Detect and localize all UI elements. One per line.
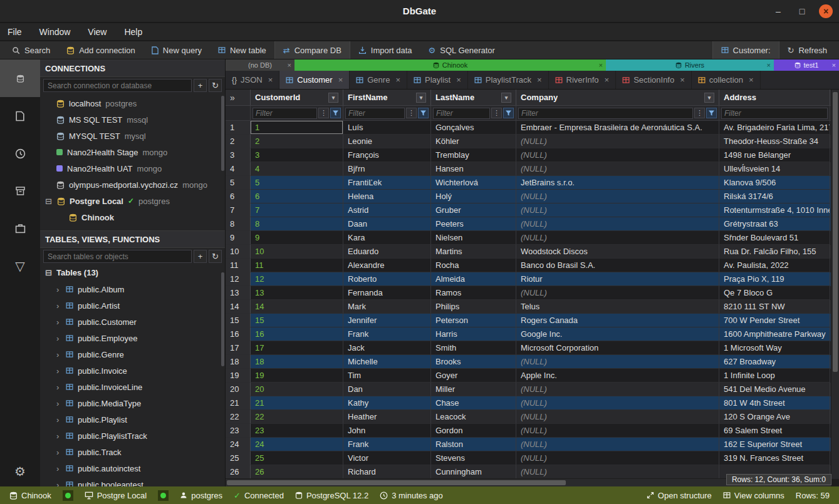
cell-company[interactable]: (NULL) [516, 148, 719, 162]
row-number[interactable]: 24 [226, 438, 251, 451]
filter-menu-button[interactable]: ⋮ [318, 108, 329, 118]
cell-company[interactable]: (NULL) [516, 286, 719, 300]
table-row[interactable]: 2525VictorStevens(NULL)319 N. Frances St… [226, 451, 839, 465]
cell-customerid[interactable]: 22 [251, 410, 343, 424]
row-number[interactable]: 25 [226, 451, 251, 465]
cell-firstname[interactable]: Heather [343, 410, 431, 424]
cell-customerid[interactable]: 3 [251, 148, 343, 162]
refresh-connections-button[interactable]: ↻ [209, 79, 222, 92]
connections-scrollbar[interactable] [221, 96, 224, 171]
cell-company[interactable]: (NULL) [516, 355, 719, 369]
table-row[interactable]: 2323JohnGordon(NULL)69 Salem Street [226, 424, 839, 438]
cell-customerid[interactable]: 15 [251, 314, 343, 327]
cell-lastname[interactable]: Nielsen [431, 231, 516, 245]
row-number[interactable]: 13 [226, 286, 251, 300]
cell-firstname[interactable]: Victor [343, 451, 431, 465]
connection-item-ms-sql-test[interactable]: MS SQL TESTmssql [40, 111, 225, 128]
row-number[interactable]: 1 [226, 121, 251, 135]
add-table-mini-button[interactable]: + [194, 250, 207, 263]
chevron-right-icon[interactable]: › [56, 480, 61, 487]
cell-firstname[interactable]: Jack [343, 341, 431, 355]
filter-input-company[interactable] [518, 108, 693, 119]
table-item-public-genre[interactable]: ›public.Genre [40, 346, 225, 363]
toolbar-add-connection-button[interactable]: Add connection [58, 41, 143, 59]
filter-input-firstname[interactable] [345, 108, 405, 119]
cell-lastname[interactable]: Miller [431, 383, 516, 396]
connection-item-chinook[interactable]: Chinook [40, 209, 225, 225]
connection-item-nano2health-uat[interactable]: Nano2Health UATmongo [40, 160, 225, 177]
table-row[interactable]: 77AstridGruber(NULL)Rotenturmstraße 4, 1… [226, 203, 839, 217]
cell-customerid[interactable]: 24 [251, 438, 343, 451]
tab-collection[interactable]: collection× [692, 71, 761, 89]
toolbar-new-query-button[interactable]: New query [143, 41, 210, 59]
cell-firstname[interactable]: Helena [343, 190, 431, 203]
row-number[interactable]: 10 [226, 245, 251, 259]
close-icon[interactable]: × [338, 75, 343, 85]
table-item-public-artist[interactable]: ›public.Artist [40, 297, 225, 314]
status-postgre-local[interactable]: Postgre Local [79, 486, 153, 504]
chevron-right-icon[interactable]: › [56, 464, 61, 473]
cell-firstname[interactable]: FrantiĽek [343, 176, 431, 190]
cell-lastname[interactable]: Wichterlová [431, 176, 516, 190]
connections-search-input[interactable] [43, 79, 192, 92]
table-item-public-employee[interactable]: ›public.Employee [40, 330, 225, 346]
tab-group-chinook[interactable]: Chinook× [294, 59, 606, 71]
cell-company[interactable]: Embraer - Empresa Brasileira de Aeronáut… [516, 121, 719, 135]
activity-history-icon[interactable] [0, 135, 40, 172]
filter-menu-button[interactable]: ⋮ [406, 108, 417, 118]
cell-firstname[interactable]: Astrid [343, 203, 431, 217]
cell-customerid[interactable]: 9 [251, 231, 343, 245]
filter-input-address[interactable] [721, 108, 828, 119]
filter-menu-button[interactable]: ⋮ [491, 108, 502, 118]
close-icon[interactable]: × [456, 75, 461, 85]
cell-lastname[interactable]: Gonçalves [431, 121, 516, 135]
cell-company[interactable]: Riotur [516, 272, 719, 286]
toolbar-compare-db-button[interactable]: ⇄Compare DB [274, 41, 350, 59]
cell-address[interactable]: Ullevĺlsveien 14 [719, 162, 830, 176]
cell-address[interactable]: Rua Dr. Falcão Filho, 155 [719, 245, 830, 259]
menu-item-help[interactable]: Help [124, 27, 142, 37]
cell-company[interactable]: JetBrains s.r.o. [516, 176, 719, 190]
column-header-firstname[interactable]: FirstName▾ [343, 90, 431, 105]
cell-address[interactable]: 8210 111 ST NW [719, 300, 830, 314]
cell-company[interactable]: (NULL) [516, 383, 719, 396]
chevron-down-icon[interactable]: ▾ [704, 93, 714, 103]
cell-customerid[interactable]: 25 [251, 451, 343, 465]
cell-address[interactable]: Rotenturmstraße 4, 1010 Innere Stadt [719, 203, 830, 217]
close-icon[interactable]: × [599, 61, 603, 69]
cell-lastname[interactable]: Gruber [431, 203, 516, 217]
cell-customerid[interactable]: 17 [251, 341, 343, 355]
cell-firstname[interactable]: Michelle [343, 355, 431, 369]
tab-riverinfo[interactable]: RiverInfo× [549, 71, 617, 89]
cell-address[interactable]: Grétrystraat 63 [719, 217, 830, 231]
cell-firstname[interactable]: Mark [343, 300, 431, 314]
cell-customerid[interactable]: 26 [251, 465, 343, 479]
table-row[interactable]: 1515JenniferPetersonRogers Canada700 W P… [226, 314, 839, 327]
cell-customerid[interactable]: 14 [251, 300, 343, 314]
cell-lastname[interactable]: Philips [431, 300, 516, 314]
close-icon[interactable]: × [605, 75, 610, 85]
table-row[interactable]: 1111AlexandreRochaBanco do Brasil S.A.Av… [226, 259, 839, 272]
row-number[interactable]: 11 [226, 259, 251, 272]
row-number[interactable]: 17 [226, 341, 251, 355]
menu-item-file[interactable]: File [8, 27, 22, 37]
tab-genre[interactable]: Genre× [350, 71, 407, 89]
tables-group-header[interactable]: ⊟ Tables (13) [40, 265, 225, 280]
filter-funnel-icon[interactable] [503, 108, 514, 118]
close-icon[interactable]: × [832, 61, 836, 69]
cell-address[interactable]: Theodor-Heuss-Straße 34 [719, 135, 830, 148]
cell-company[interactable]: (NULL) [516, 190, 719, 203]
chevron-right-icon[interactable]: › [56, 366, 61, 376]
tab-playlist[interactable]: Playlist× [407, 71, 468, 89]
table-item-public-invoiceline[interactable]: ›public.InvoiceLine [40, 379, 225, 395]
cell-customerid[interactable]: 16 [251, 327, 343, 341]
row-number[interactable]: 2 [226, 135, 251, 148]
cell-customerid[interactable]: 20 [251, 383, 343, 396]
cell-address[interactable]: 69 Salem Street [719, 424, 830, 438]
cell-lastname[interactable]: Leacock [431, 410, 516, 424]
row-number[interactable]: 8 [226, 217, 251, 231]
cell-customerid[interactable]: 21 [251, 396, 343, 410]
table-row[interactable]: 11LuísGonçalvesEmbraer - Empresa Brasile… [226, 121, 839, 135]
cell-company[interactable]: (NULL) [516, 162, 719, 176]
table-item-public-album[interactable]: ›public.Album [40, 281, 225, 297]
